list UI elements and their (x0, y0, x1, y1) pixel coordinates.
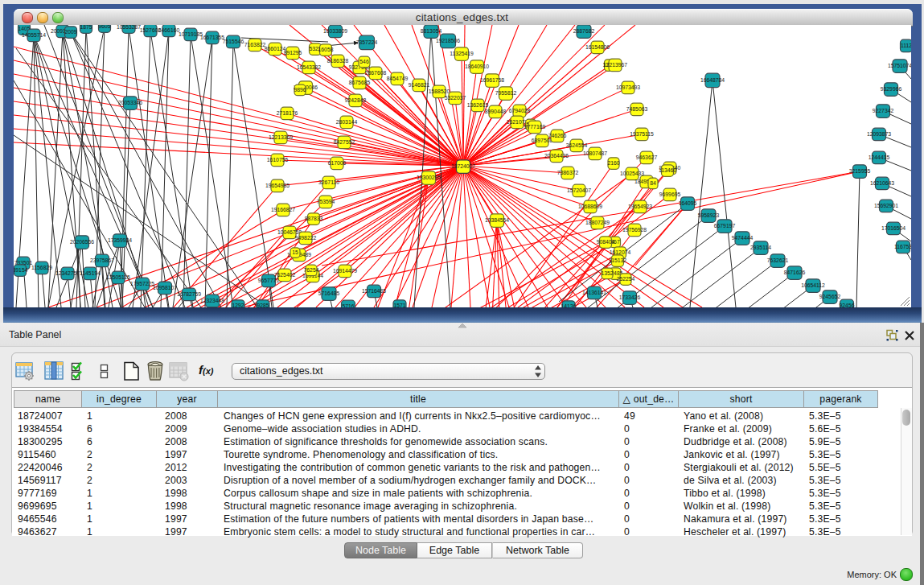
svg-text:92456: 92456 (840, 303, 855, 307)
svg-text:15720407: 15720407 (567, 187, 591, 193)
svg-text:12213369: 12213369 (269, 134, 293, 140)
svg-text:16914479: 16914479 (333, 268, 357, 274)
svg-text:164095: 164095 (679, 200, 697, 206)
svg-text:113460: 113460 (659, 167, 676, 173)
svg-text:23975867: 23975867 (90, 257, 114, 263)
svg-text:3215955: 3215955 (849, 168, 871, 174)
svg-text:11325419: 11325419 (450, 51, 474, 56)
svg-text:10553287: 10553287 (117, 25, 141, 30)
svg-text:908404: 908404 (597, 239, 615, 245)
svg-text:12213967: 12213967 (603, 62, 627, 68)
svg-text:10973493: 10973493 (616, 84, 640, 90)
svg-text:10654112: 10654112 (801, 282, 825, 288)
svg-text:8675685: 8675685 (349, 80, 371, 85)
svg-text:2803144: 2803144 (336, 119, 358, 125)
svg-text:9227342: 9227342 (873, 108, 894, 113)
svg-text:16961758: 16961758 (480, 77, 504, 83)
svg-text:18807249: 18807249 (585, 220, 610, 225)
svg-text:7386372: 7386372 (557, 170, 579, 175)
svg-text:115132: 115132 (609, 257, 626, 263)
svg-text:17016504: 17016504 (881, 225, 906, 231)
svg-text:7515546: 7515546 (223, 39, 244, 44)
svg-text:7625402: 7625402 (274, 272, 296, 278)
svg-text:18724007: 18724007 (451, 163, 475, 169)
svg-text:16058: 16058 (318, 47, 334, 52)
svg-text:1733426: 1733426 (619, 295, 641, 300)
svg-text:20206556: 20206556 (70, 239, 94, 245)
svg-text:1244415: 1244415 (869, 154, 890, 160)
svg-text:9777169: 9777169 (524, 124, 546, 130)
svg-text:12342757: 12342757 (55, 270, 80, 276)
svg-text:8427552: 8427552 (334, 139, 355, 145)
svg-text:16210643: 16210643 (870, 180, 894, 186)
svg-text:20364436: 20364436 (544, 153, 569, 159)
svg-text:14136: 14136 (561, 303, 577, 307)
svg-text:19218506: 19218506 (436, 38, 460, 43)
svg-text:10719185: 10719185 (179, 31, 203, 37)
svg-text:10688609: 10688609 (578, 204, 602, 209)
svg-text:15692901: 15692901 (874, 203, 898, 208)
svg-text:5958923: 5958923 (698, 212, 720, 218)
svg-text:9498222: 9498222 (295, 235, 317, 241)
svg-text:39154: 39154 (14, 267, 28, 273)
svg-text:12505115: 12505115 (106, 274, 130, 280)
svg-text:9285: 9285 (257, 303, 269, 307)
svg-text:1156829: 1156829 (31, 265, 52, 270)
svg-text:10025433: 10025433 (620, 171, 644, 176)
svg-text:18640910: 18640910 (465, 64, 489, 69)
svg-text:14055714: 14055714 (22, 32, 46, 38)
svg-text:15: 15 (292, 249, 298, 255)
svg-text:10807487: 10807487 (583, 150, 607, 156)
svg-text:1292: 1292 (232, 303, 244, 307)
svg-text:1145194: 1145194 (80, 270, 101, 276)
svg-text:8990448: 8990448 (485, 109, 507, 114)
svg-text:9699695: 9699695 (659, 192, 681, 197)
svg-text:18300295: 18300295 (417, 175, 441, 180)
svg-text:16154806: 16154806 (585, 44, 610, 50)
svg-text:2009: 2009 (64, 29, 76, 35)
svg-text:1875: 1875 (80, 25, 92, 30)
svg-text:6466160: 6466160 (158, 27, 180, 33)
svg-text:19384554: 19384554 (485, 217, 509, 223)
svg-text:5322037: 5322037 (445, 95, 466, 101)
svg-text:7163822: 7163822 (244, 42, 266, 47)
svg-text:252254: 252254 (617, 276, 635, 282)
svg-text:8186328: 8186328 (327, 58, 349, 64)
svg-text:16671355: 16671355 (200, 35, 224, 40)
svg-text:9242848: 9242848 (345, 97, 367, 103)
svg-text:6679197: 6679197 (714, 223, 736, 229)
svg-text:2718176: 2718176 (277, 110, 298, 116)
svg-text:2160: 2160 (607, 160, 619, 166)
svg-text:76254: 76254 (304, 267, 319, 273)
svg-text:746266: 746266 (548, 133, 567, 138)
svg-text:3624554: 3624554 (566, 142, 588, 148)
svg-text:15716485: 15716485 (362, 288, 386, 294)
svg-text:2887682: 2887682 (573, 28, 595, 34)
svg-text:84: 84 (650, 180, 656, 186)
svg-text:20053346: 20053346 (118, 100, 142, 105)
svg-text:7357224: 7357224 (356, 39, 378, 45)
svg-text:2867608: 2867608 (365, 70, 387, 76)
svg-text:9245652: 9245652 (819, 294, 841, 299)
svg-text:17359924: 17359924 (108, 237, 132, 243)
svg-text:891295: 891295 (284, 50, 302, 56)
svg-text:10046758: 10046758 (277, 229, 302, 235)
svg-text:887833: 887833 (305, 216, 323, 221)
svg-text:6794028: 6794028 (509, 108, 531, 113)
svg-text:8813054: 8813054 (421, 28, 442, 34)
svg-text:16033809: 16033809 (323, 28, 347, 34)
svg-text:8471626: 8471626 (784, 270, 806, 275)
svg-text:1571: 1571 (393, 303, 405, 307)
svg-text:5716: 5716 (342, 303, 354, 307)
svg-text:9474444: 9474444 (732, 235, 754, 241)
svg-text:17957225: 17957225 (130, 281, 154, 286)
svg-text:7955812: 7955812 (495, 90, 517, 96)
svg-text:5716485: 5716485 (318, 290, 340, 296)
svg-text:546: 546 (359, 59, 369, 64)
svg-text:15751074: 15751074 (888, 63, 911, 68)
svg-text:16648784: 16648784 (700, 77, 725, 83)
svg-text:16543382: 16543382 (297, 64, 321, 70)
svg-text:1588520: 1588520 (429, 89, 450, 94)
svg-text:14136141: 14136141 (582, 290, 606, 295)
svg-text:2935114: 2935114 (750, 245, 771, 250)
